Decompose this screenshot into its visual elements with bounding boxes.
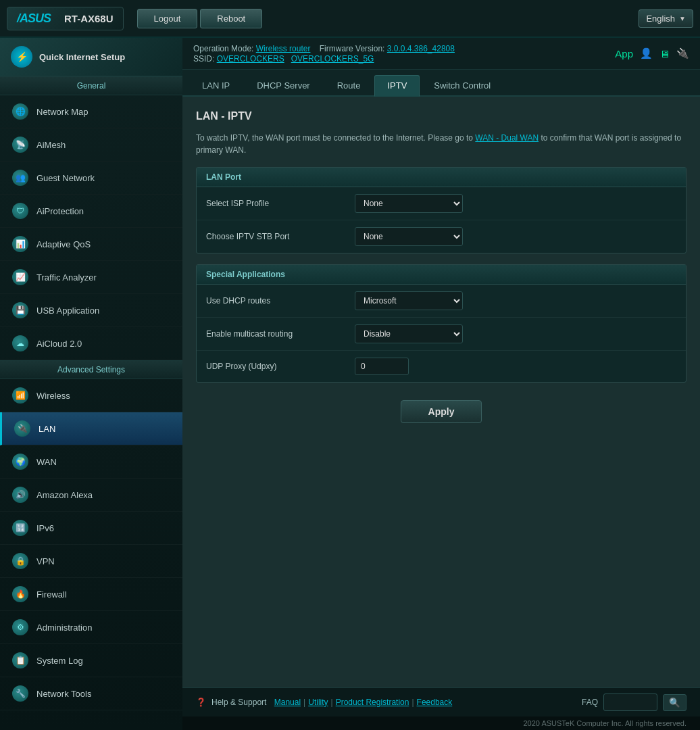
sidebar-item-system-log[interactable]: 📋 System Log [0,644,182,677]
firewall-icon: 🔥 [12,586,28,602]
udp-proxy-control [355,358,676,375]
apply-button[interactable]: Apply [401,400,482,423]
use-dhcp-label: Use DHCP routes [206,296,355,306]
page-description: To watch IPTV, the WAN port must be conn… [196,132,686,156]
choose-iptv-row: Choose IPTV STB Port None LAN1 LAN2 LAN3… [197,220,686,253]
sidebar-item-wireless[interactable]: 📶 Wireless [0,379,182,412]
reboot-button[interactable]: Reboot [200,9,262,28]
sidebar-item-wan[interactable]: 🌍 WAN [0,445,182,479]
sidebar-label-aiprotection: AiProtection [36,206,84,216]
sidebar-item-network-tools[interactable]: 🔧 Network Tools [0,677,182,710]
sidebar-item-aimesh[interactable]: 📡 AiMesh [0,128,182,162]
udp-proxy-row: UDP Proxy (Udpxy) [197,351,686,382]
asus-logo: /ASUS [17,11,51,26]
content-area: Operation Mode: Wireless router Firmware… [182,38,700,730]
sidebar-label-ipv6: IPv6 [36,523,54,533]
ssid-2-link[interactable]: OVERCLOCKERS_5G [291,54,374,64]
sidebar-label-aicloud: AiCloud 2.0 [36,339,82,349]
select-isp-dropdown[interactable]: None Other [355,194,463,213]
footer-center: FAQ 🔍 [582,694,686,711]
system-log-icon: 📋 [12,652,28,668]
sidebar-item-ipv6[interactable]: 🔢 IPv6 [0,512,182,545]
logo-area: /ASUS RT-AX68U [7,7,124,30]
choose-iptv-control: None LAN1 LAN2 LAN3 LAN4 [355,227,676,246]
enable-multicast-dropdown[interactable]: Disable Enable [355,324,463,343]
tab-switch-control[interactable]: Switch Control [421,75,503,95]
sidebar-item-amazon-alexa[interactable]: 🔊 Amazon Alexa [0,479,182,512]
tab-dhcp-server[interactable]: DHCP Server [244,75,323,95]
sidebar-item-vpn[interactable]: 🔒 VPN [0,545,182,578]
sidebar-item-firewall[interactable]: 🔥 Firewall [0,578,182,611]
enable-multicast-row: Enable multicast routing Disable Enable [197,318,686,351]
monitor-icon[interactable]: 🖥 [659,48,670,59]
sidebar-item-usb-application[interactable]: 💾 USB Application [0,294,182,327]
faq-search-input[interactable] [603,694,657,711]
sidebar: ⚡ Quick Internet Setup General 🌐 Network… [0,38,182,730]
product-registration-link[interactable]: Product Registration [336,698,409,707]
tab-iptv[interactable]: IPTV [374,75,420,97]
main-area: ⚡ Quick Internet Setup General 🌐 Network… [0,38,700,730]
sidebar-label-usb-application: USB Application [36,306,99,316]
faq-search-button[interactable]: 🔍 [663,694,686,711]
ssid-1-link[interactable]: OVERCLOCKERS [217,54,284,64]
sidebar-item-traffic-analyzer[interactable]: 📈 Traffic Analyzer [0,261,182,294]
aiprotection-icon: 🛡 [12,203,28,219]
usb-application-icon: 💾 [12,302,28,318]
operation-mode-text: Operation Mode: Wireless router Firmware… [193,44,455,53]
footer-copyright: 2020 ASUSTeK Computer Inc. All rights re… [182,716,700,730]
operation-mode-link[interactable]: Wireless router [256,44,311,53]
use-dhcp-row: Use DHCP routes Microsoft Disable [197,285,686,318]
sidebar-label-traffic-analyzer: Traffic Analyzer [36,272,97,283]
sidebar-label-guest-network: Guest Network [36,173,95,183]
choose-iptv-dropdown[interactable]: None LAN1 LAN2 LAN3 LAN4 [355,227,463,246]
sidebar-item-administration[interactable]: ⚙ Administration [0,611,182,644]
select-isp-row: Select ISP Profile None Other [197,187,686,220]
sidebar-label-vpn: VPN [36,556,55,566]
wan-icon: 🌍 [12,454,28,470]
general-section-header: General [0,76,182,95]
sidebar-item-aicloud[interactable]: ☁ AiCloud 2.0 [0,327,182,360]
tab-route[interactable]: Route [324,75,374,95]
sidebar-item-guest-network[interactable]: 👥 Guest Network [0,162,182,195]
person-icon[interactable]: 👤 [640,47,653,59]
language-selector[interactable]: English ▼ [639,9,693,28]
page-content: LAN - IPTV To watch IPTV, the WAN port m… [182,97,700,687]
quick-internet-label: Quick Internet Setup [39,52,125,62]
network-map-icon: 🌐 [12,103,28,120]
sidebar-label-firewall: Firewall [36,589,67,600]
select-isp-control: None Other [355,194,676,213]
sidebar-label-network-tools: Network Tools [36,689,91,699]
sidebar-item-aiprotection[interactable]: 🛡 AiProtection [0,195,182,228]
usb-icon[interactable]: 🔌 [676,47,689,59]
network-tools-icon: 🔧 [12,685,28,702]
sidebar-label-amazon-alexa: Amazon Alexa [36,490,93,500]
firmware-link[interactable]: 3.0.0.4.386_42808 [387,44,455,53]
lan-port-header: LAN Port [197,168,686,187]
guest-network-icon: 👥 [12,170,28,186]
wireless-icon: 📶 [12,387,28,404]
amazon-alexa-icon: 🔊 [12,487,28,503]
info-left: Operation Mode: Wireless router Firmware… [193,43,455,64]
advanced-section-header: Advanced Settings [0,360,182,379]
sep1: | [303,698,305,707]
traffic-analyzer-icon: 📈 [12,269,28,285]
tab-lan-ip[interactable]: LAN IP [189,75,243,95]
manual-link[interactable]: Manual [274,698,301,707]
wan-dual-wan-link[interactable]: WAN - Dual WAN [475,133,539,143]
quick-internet-setup[interactable]: ⚡ Quick Internet Setup [0,38,182,76]
lan-icon: 🔌 [14,420,30,437]
sidebar-item-network-map[interactable]: 🌐 Network Map [0,95,182,128]
udp-proxy-input[interactable] [355,358,409,375]
logout-button[interactable]: Logout [137,9,198,28]
sidebar-item-lan[interactable]: 🔌 LAN [0,412,182,445]
use-dhcp-dropdown[interactable]: Microsoft Disable [355,291,463,310]
app-label[interactable]: App [615,48,633,59]
faq-label: FAQ [582,698,598,707]
use-dhcp-control: Microsoft Disable [355,291,676,310]
help-support-label: Help & Support [211,698,266,707]
utility-link[interactable]: Utility [308,698,328,707]
administration-icon: ⚙ [12,619,28,635]
feedback-link[interactable]: Feedback [417,698,453,707]
sidebar-item-adaptive-qos[interactable]: 📊 Adaptive QoS [0,228,182,261]
sep2: | [331,698,333,707]
